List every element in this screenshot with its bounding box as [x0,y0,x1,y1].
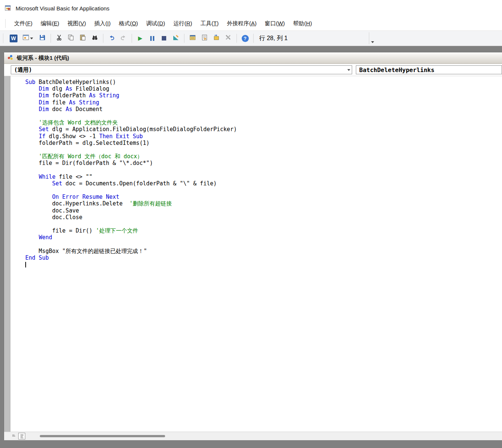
editor-bottom-bar [4,432,502,440]
code-line[interactable]: Wend [25,234,502,241]
code-editor[interactable]: Sub BatchDeleteHyperlinks() Dim dlg As F… [10,76,502,432]
break-button[interactable] [147,33,158,44]
copy-button[interactable] [65,33,77,44]
code-line[interactable]: While file <> "" [25,173,502,180]
code-line[interactable] [25,221,502,227]
horizontal-scrollbar[interactable] [30,433,502,439]
find-icon [91,34,98,42]
code-line[interactable]: '选择包含 Word 文档的文件夹 [25,119,502,126]
menu-item[interactable]: 帮助(H) [289,17,316,30]
code-line[interactable]: Set doc = Documents.Open(folderPath & "\… [25,180,502,187]
toolbar-grip [5,19,7,28]
mdi-area: 银河系 - 模块1 (代码) (通用) BatchDeleteHyperlink… [0,46,502,448]
project-explorer-icon [189,34,196,42]
project-explorer-button[interactable] [187,33,198,44]
code-line[interactable] [25,241,502,248]
save-icon [39,34,46,42]
code-line[interactable]: file = Dir() '处理下一个文件 [25,227,502,234]
run-icon: ▶ [138,35,142,42]
text-caret [25,262,26,267]
code-line[interactable]: Dim doc As Document [25,106,502,113]
toolbar-separator [184,34,184,43]
view-word-button[interactable]: W [8,33,19,44]
toolbar-options-button[interactable] [369,32,376,44]
code-pane: Sub BatchDeleteHyperlinks() Dim dlg As F… [4,76,502,432]
code-line[interactable]: file = Dir(folderPath & "\*.doc*") [25,160,502,166]
code-line[interactable]: MsgBox "所有文件的超链接已处理完成！" [25,248,502,254]
cut-icon [56,34,62,42]
object-dropdown[interactable]: (通用) [11,65,352,74]
find-button[interactable] [89,33,100,44]
toolbar-separator [103,34,103,43]
code-window: 银河系 - 模块1 (代码) (通用) BatchDeleteHyperlink… [4,52,502,440]
code-window-titlebar[interactable]: 银河系 - 模块1 (代码) [4,52,502,64]
horizontal-scrollbar-thumb[interactable] [40,435,165,437]
code-line[interactable] [25,187,502,194]
code-line[interactable]: folderPath = dlg.SelectedItems(1) [25,140,502,146]
code-line[interactable]: Dim dlg As FileDialog [25,85,502,92]
vba-window: Microsoft Visual Basic for Applications … [0,0,502,448]
menu-item[interactable]: 工具(T) [196,17,223,30]
code-line[interactable] [25,166,502,173]
redo-button[interactable] [118,33,129,44]
chevron-down-icon [347,66,350,74]
paste-icon [80,34,86,42]
run-button[interactable]: ▶ [135,33,146,44]
menu-item[interactable]: 视图(V) [63,17,90,30]
code-line[interactable]: '匹配所有 Word 文件（doc 和 docx） [25,153,502,160]
menu-item[interactable]: 运行(R) [169,17,196,30]
paste-button[interactable] [77,33,89,44]
toolbar: W [0,31,502,46]
toolbar-separator [236,34,237,43]
code-line[interactable] [25,113,502,119]
toolbox-icon [225,34,232,42]
code-line[interactable]: If dlg.Show <> -1 Then Exit Sub [25,133,502,140]
code-line[interactable]: doc.Close [25,214,502,221]
code-line[interactable]: End Sub [25,254,502,261]
toolbar-grip [3,33,5,43]
toolbar-separator [132,34,132,43]
toolbar-separator [253,34,254,43]
code-line[interactable]: Dim file As String [25,99,502,106]
redo-icon [120,34,127,42]
object-browser-icon [213,34,220,42]
insert-userform-icon [23,34,29,42]
code-line[interactable]: On Error Resume Next [25,194,502,200]
reset-button[interactable] [158,33,170,44]
code-line[interactable]: Sub BatchDeleteHyperlinks() [25,79,502,85]
reset-icon [162,36,166,40]
save-button[interactable] [37,33,48,44]
menu-item[interactable]: 插入(I) [90,17,115,30]
toolbar-options-icon [371,41,374,43]
toolbox-button[interactable] [223,33,234,44]
menu-item[interactable]: 外接程序(A) [223,17,261,30]
copy-icon [68,34,74,42]
undo-button[interactable] [106,33,117,44]
code-line[interactable] [25,146,502,153]
code-window-title: 银河系 - 模块1 (代码) [17,55,69,62]
help-icon: ? [242,35,249,42]
menu-item[interactable]: 调试(D) [142,17,169,30]
help-button[interactable]: ? [239,33,251,44]
insert-userform-button[interactable] [20,33,36,44]
vba-app-icon [4,4,12,12]
code-line[interactable]: doc.Hyperlinks.Delete '删除所有超链接 [25,200,502,207]
procedure-dropdown[interactable]: BatchDeleteHyperlinks [356,65,502,74]
cut-button[interactable] [54,33,65,44]
full-module-view-button[interactable] [18,433,25,439]
code-line[interactable]: doc.Save [25,207,502,214]
menu-item[interactable]: 文件(F) [10,17,36,30]
code-line[interactable]: Set dlg = Application.FileDialog(msoFile… [25,126,502,133]
procedure-view-button[interactable] [10,433,17,439]
design-mode-button[interactable] [170,33,181,44]
menu-item[interactable]: 格式(O) [115,17,142,30]
code-line[interactable]: Dim folderPath As String [25,92,502,99]
menu-item[interactable]: 窗口(W) [261,17,289,30]
margin-indicator-bar[interactable] [4,76,10,432]
code-line-caret[interactable] [25,261,502,268]
design-mode-icon [173,34,179,42]
menu-item[interactable]: 编辑(E) [36,17,63,30]
properties-window-button[interactable] [199,33,210,44]
title-bar: Microsoft Visual Basic for Applications [0,0,502,16]
object-browser-button[interactable] [211,33,222,44]
